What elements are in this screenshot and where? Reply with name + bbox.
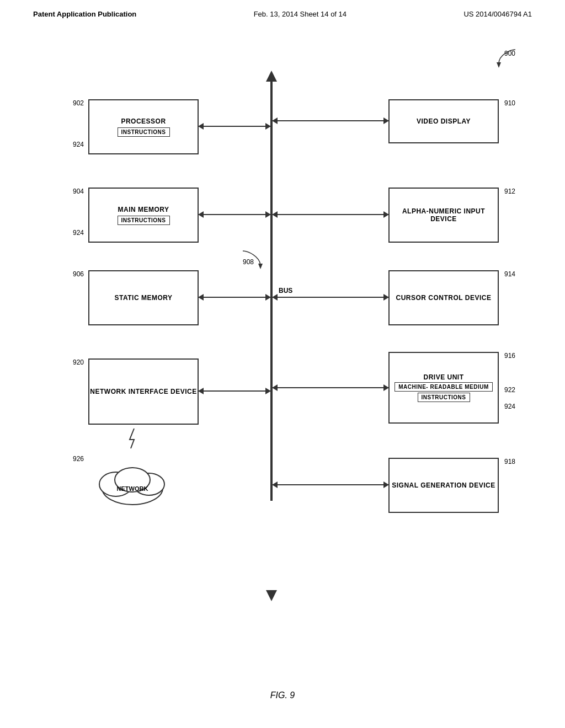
ref-914: 914 xyxy=(504,270,515,278)
diagram: 900 BUS PROCESSOR INSTRUCTIONS 902 924 M… xyxy=(33,44,532,673)
ref-904: 904 xyxy=(73,188,84,195)
header-left: Patent Application Publication xyxy=(33,10,136,18)
page: Patent Application Publication Feb. 13, … xyxy=(0,0,565,728)
main-memory-box: MAIN MEMORY INSTRUCTIONS xyxy=(88,188,199,243)
machine-readable-inner: MACHINE- READABLE MEDIUM xyxy=(395,382,493,392)
connector-alpha-numeric xyxy=(273,214,388,215)
cursor-control-box: CURSOR CONTROL DEVICE xyxy=(388,270,499,325)
video-display-label: VIDEO DISPLAY xyxy=(417,117,471,125)
svg-marker-6 xyxy=(258,264,263,269)
video-display-box: VIDEO DISPLAY xyxy=(388,99,499,143)
ref-906: 906 xyxy=(73,270,84,278)
network-interface-box: NETWORK INTERFACE DEVICE xyxy=(88,358,199,425)
bus-arrow-up xyxy=(266,71,277,82)
ref-908-arrow xyxy=(237,248,265,270)
ref-910: 910 xyxy=(504,99,515,107)
drive-unit-box: DRIVE UNIT MACHINE- READABLE MEDIUM INST… xyxy=(388,352,499,424)
bus-label: BUS xyxy=(279,287,292,295)
ref-924c: 924 xyxy=(504,403,515,410)
connector-drive-unit xyxy=(273,387,388,388)
instructions-box-1: INSTRUCTIONS xyxy=(118,127,170,137)
ref-924b: 924 xyxy=(73,229,84,237)
connector-processor xyxy=(199,126,270,127)
header-center: Feb. 13, 2014 Sheet 14 of 14 xyxy=(254,10,347,18)
ref-926: 926 xyxy=(73,455,84,463)
signal-generation-box: SIGNAL GENERATION DEVICE xyxy=(388,458,499,513)
instructions-box-3: INSTRUCTIONS xyxy=(418,393,470,402)
connector-video-display xyxy=(273,120,388,121)
connector-network-interface xyxy=(199,390,270,392)
network-interface-label: NETWORK INTERFACE DEVICE xyxy=(90,388,196,395)
cursor-control-label: CURSOR CONTROL DEVICE xyxy=(396,294,492,302)
lightning-bolt xyxy=(124,427,141,449)
signal-generation-label: SIGNAL GENERATION DEVICE xyxy=(392,481,495,489)
static-memory-box: STATIC MEMORY xyxy=(88,270,199,325)
static-memory-label: STATIC MEMORY xyxy=(115,294,173,302)
network-cloud: NETWORK xyxy=(88,447,177,507)
connector-main-memory xyxy=(199,214,270,215)
ref-912: 912 xyxy=(504,188,515,195)
ref-922: 922 xyxy=(504,386,515,394)
svg-text:NETWORK: NETWORK xyxy=(117,485,148,492)
figure-caption: FIG. 9 xyxy=(270,690,295,700)
page-header: Patent Application Publication Feb. 13, … xyxy=(0,0,565,24)
ref-916: 916 xyxy=(504,352,515,360)
main-memory-label: MAIN MEMORY xyxy=(118,206,169,213)
header-right: US 2014/0046794 A1 xyxy=(463,10,532,18)
bus-line xyxy=(270,82,273,501)
connector-static-memory xyxy=(199,297,270,298)
ref-902: 902 xyxy=(73,99,84,107)
processor-box: PROCESSOR INSTRUCTIONS xyxy=(88,99,199,154)
instructions-box-2: INSTRUCTIONS xyxy=(118,216,170,225)
ref-920: 920 xyxy=(73,358,84,366)
processor-label: PROCESSOR xyxy=(121,117,166,125)
alpha-numeric-box: ALPHA-NUMERIC INPUT DEVICE xyxy=(388,188,499,243)
connector-signal-generation xyxy=(273,484,388,485)
ref-924a: 924 xyxy=(73,141,84,148)
alpha-numeric-label: ALPHA-NUMERIC INPUT DEVICE xyxy=(390,207,498,223)
bus-arrow-down xyxy=(266,590,277,601)
connector-cursor-control xyxy=(273,297,388,298)
ref-900-arrow xyxy=(493,47,521,69)
svg-marker-0 xyxy=(497,62,501,68)
drive-unit-label: DRIVE UNIT xyxy=(423,373,463,381)
ref-918: 918 xyxy=(504,458,515,465)
